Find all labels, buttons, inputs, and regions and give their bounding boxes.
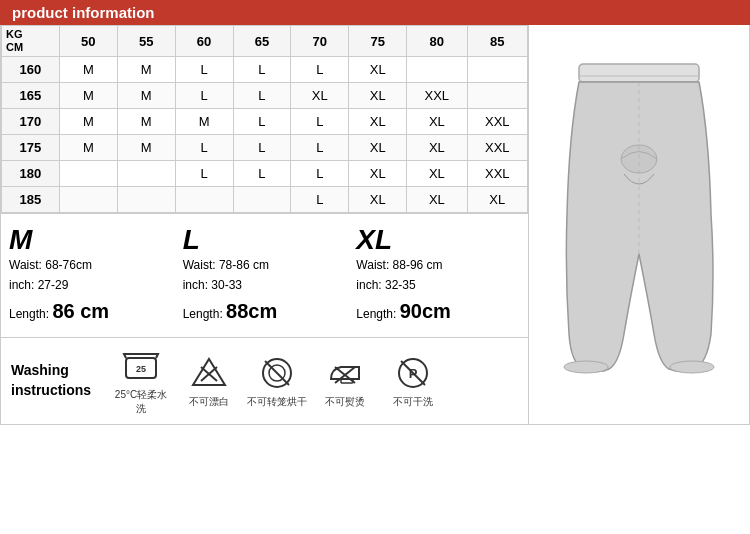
main-content: KGCM 50 55 60 65 70 75 80 85 160MMLLLXL1… [0, 25, 750, 425]
size-cell: L [175, 135, 233, 161]
size-cell: XL [407, 135, 467, 161]
size-cell: XXL [467, 109, 527, 135]
length-measurement: Length: 90cm [356, 295, 520, 327]
size-cell [233, 187, 291, 213]
size-cell: XL [467, 187, 527, 213]
wash-icon-label: 不可转笼烘干 [247, 395, 307, 409]
size-cell: M [59, 83, 117, 109]
row-height: 160 [2, 57, 60, 83]
measure-size-label: M [9, 224, 173, 256]
waist-measurement: Waist: 78-86 cm [183, 256, 347, 275]
size-cell [407, 57, 467, 83]
waist-measurement: Waist: 88-96 cm [356, 256, 520, 275]
washing-label: Washing instructions [11, 361, 101, 400]
svg-text:25: 25 [136, 364, 146, 374]
table-row: 160MMLLLXL [2, 57, 528, 83]
row-height: 175 [2, 135, 60, 161]
table-row: 175MMLLLXLXLXXL [2, 135, 528, 161]
size-cell: XXL [467, 135, 527, 161]
col-50: 50 [59, 26, 117, 57]
size-cell [117, 187, 175, 213]
wash-icon-label: 25°C轻柔水洗 [111, 388, 171, 416]
length-measurement: Length: 86 cm [9, 295, 173, 327]
wash-icon-item: 不可熨烫 [315, 353, 375, 409]
size-cell: XL [349, 187, 407, 213]
measurements-section: M Waist: 68-76cm inch: 27-29 Length: 86 … [1, 213, 528, 336]
wash-icon-label: 不可熨烫 [325, 395, 365, 409]
size-cell: M [117, 135, 175, 161]
size-cell: XXL [407, 83, 467, 109]
size-cell [59, 161, 117, 187]
size-cell: XL [349, 161, 407, 187]
measure-details: Waist: 78-86 cm inch: 30-33 Length: 88cm [183, 256, 347, 326]
size-cell: M [59, 109, 117, 135]
row-height: 185 [2, 187, 60, 213]
svg-point-18 [670, 361, 714, 373]
table-row: 170MMMLLXLXLXXL [2, 109, 528, 135]
col-60: 60 [175, 26, 233, 57]
page-title: product information [12, 4, 155, 21]
waist-measurement: Waist: 68-76cm [9, 256, 173, 275]
size-cell [175, 187, 233, 213]
inch-measurement: inch: 27-29 [9, 276, 173, 295]
size-cell: XL [349, 135, 407, 161]
garment-illustration [549, 54, 729, 394]
washing-section: Washing instructions 25 25°C轻柔水洗 不可漂白 不可… [1, 337, 528, 424]
size-cell: M [175, 109, 233, 135]
col-75: 75 [349, 26, 407, 57]
measure-size-label: L [183, 224, 347, 256]
size-cell: L [233, 83, 291, 109]
measure-details: Waist: 68-76cm inch: 27-29 Length: 86 cm [9, 256, 173, 326]
length-measurement: Length: 88cm [183, 295, 347, 327]
size-cell: XL [407, 109, 467, 135]
row-height: 180 [2, 161, 60, 187]
wash-icon-label: 不可干洗 [393, 395, 433, 409]
page-header: product information [0, 0, 750, 25]
size-cell [59, 187, 117, 213]
size-cell: L [233, 135, 291, 161]
size-cell: L [175, 161, 233, 187]
size-table: KGCM 50 55 60 65 70 75 80 85 160MMLLLXL1… [1, 25, 528, 213]
measure-size-label: XL [356, 224, 520, 256]
col-70: 70 [291, 26, 349, 57]
measure-col: L Waist: 78-86 cm inch: 30-33 Length: 88… [183, 224, 347, 326]
size-cell: XXL [467, 161, 527, 187]
size-cell: M [59, 57, 117, 83]
size-cell: M [59, 135, 117, 161]
size-cell: L [291, 57, 349, 83]
svg-point-17 [564, 361, 608, 373]
measure-col: M Waist: 68-76cm inch: 27-29 Length: 86 … [9, 224, 173, 326]
col-85: 85 [467, 26, 527, 57]
size-cell: XL [349, 57, 407, 83]
size-cell: XL [349, 83, 407, 109]
kg-cm-header: KGCM [2, 26, 60, 57]
wash-icons: 25 25°C轻柔水洗 不可漂白 不可转笼烘干 不可熨烫 P 不可干洗 [111, 346, 443, 416]
wash-icon-item: 不可漂白 [179, 353, 239, 409]
size-cell: XL [407, 161, 467, 187]
col-65: 65 [233, 26, 291, 57]
left-section: KGCM 50 55 60 65 70 75 80 85 160MMLLLXL1… [1, 25, 529, 424]
row-height: 170 [2, 109, 60, 135]
measure-col: XL Waist: 88-96 cm inch: 32-35 Length: 9… [356, 224, 520, 326]
table-row: 180LLLXLXLXXL [2, 161, 528, 187]
size-cell: L [291, 187, 349, 213]
size-cell: L [233, 109, 291, 135]
col-80: 80 [407, 26, 467, 57]
size-cell: M [117, 83, 175, 109]
wash-icon-item: P 不可干洗 [383, 353, 443, 409]
wash-icon-label: 不可漂白 [189, 395, 229, 409]
row-height: 165 [2, 83, 60, 109]
svg-rect-14 [579, 64, 699, 82]
measure-details: Waist: 88-96 cm inch: 32-35 Length: 90cm [356, 256, 520, 326]
col-55: 55 [117, 26, 175, 57]
size-cell: L [291, 109, 349, 135]
size-cell [117, 161, 175, 187]
svg-line-13 [401, 361, 425, 385]
svg-marker-2 [193, 359, 225, 385]
wash-icon-item: 25 25°C轻柔水洗 [111, 346, 171, 416]
size-cell: L [233, 161, 291, 187]
size-cell: L [175, 83, 233, 109]
inch-measurement: inch: 32-35 [356, 276, 520, 295]
size-cell [467, 83, 527, 109]
size-cell: L [291, 161, 349, 187]
